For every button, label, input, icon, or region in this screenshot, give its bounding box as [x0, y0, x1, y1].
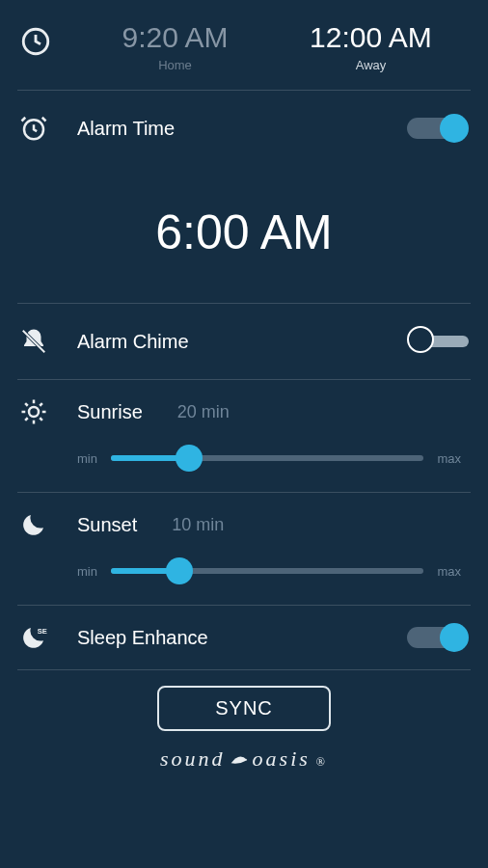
away-time-label: Away — [273, 58, 469, 72]
sunset-max-label: max — [437, 564, 461, 579]
sunset-value: 10 min — [172, 515, 224, 535]
registered-mark: ® — [316, 755, 328, 770]
sunrise-value: 20 min — [177, 402, 230, 422]
sunrise-max-label: max — [437, 451, 461, 466]
sunrise-min-label: min — [77, 451, 97, 466]
alarm-clock-icon — [19, 114, 77, 143]
sunrise-slider-wrap: min max — [0, 430, 488, 492]
alarm-chime-toggle[interactable] — [407, 327, 469, 356]
away-time-value: 12:00 AM — [273, 21, 469, 54]
brand-part2: oasis — [253, 746, 311, 772]
home-time-value: 9:20 AM — [77, 21, 273, 54]
sleep-enhance-label: Sleep Enhance — [77, 627, 208, 649]
clock-icon — [19, 21, 77, 62]
sunset-min-label: min — [77, 564, 97, 579]
brand-logo: sound oasis ® — [0, 739, 488, 787]
alarm-chime-row: Alarm Chime — [0, 304, 488, 379]
sunrise-slider[interactable] — [111, 444, 423, 473]
sleep-enhance-row: SE Sleep Enhance — [0, 606, 488, 669]
moon-se-icon: SE — [19, 623, 77, 652]
alarm-time-row: Alarm Time — [0, 91, 488, 166]
sync-wrap: SYNC — [0, 670, 488, 739]
sunrise-row: Sunrise 20 min — [0, 380, 488, 430]
brand-part1: sound — [160, 746, 226, 772]
alarm-chime-label: Alarm Chime — [77, 331, 189, 353]
sunset-label: Sunset — [77, 514, 137, 536]
sync-button[interactable]: SYNC — [157, 686, 331, 731]
alarm-time-display[interactable]: 6:00 AM — [0, 166, 488, 303]
sunset-slider-wrap: min max — [0, 543, 488, 605]
sleep-enhance-toggle[interactable] — [407, 623, 469, 652]
svg-point-2 — [29, 407, 39, 417]
alarm-time-toggle[interactable] — [407, 114, 469, 143]
home-time-label: Home — [77, 58, 273, 72]
bell-muted-icon — [19, 327, 77, 356]
time-header: 9:20 AM Home 12:00 AM Away — [0, 0, 488, 90]
svg-text:SE: SE — [38, 627, 47, 636]
alarm-time-label: Alarm Time — [77, 118, 175, 140]
leaf-icon — [230, 754, 249, 766]
moon-icon — [19, 510, 77, 539]
home-time-tab[interactable]: 9:20 AM Home — [77, 21, 273, 72]
away-time-tab[interactable]: 12:00 AM Away — [273, 21, 469, 72]
sunrise-label: Sunrise — [77, 401, 143, 423]
sunset-row: Sunset 10 min — [0, 493, 488, 543]
sunset-slider[interactable] — [111, 556, 423, 585]
sun-icon — [19, 397, 77, 426]
